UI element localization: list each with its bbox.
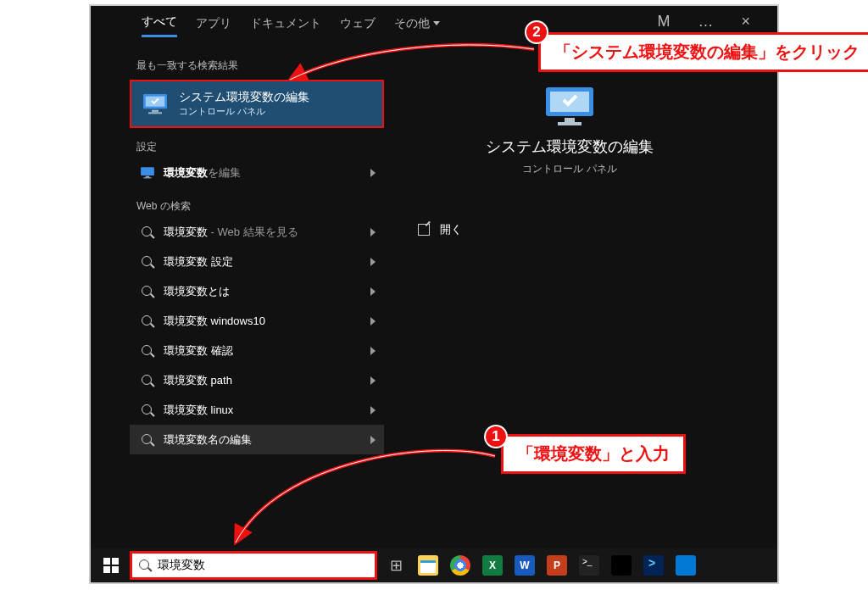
tab-all[interactable]: すべて — [142, 14, 177, 37]
svg-rect-2 — [152, 109, 159, 112]
taskbar-app-word[interactable]: W — [511, 552, 538, 579]
chevron-right-icon — [370, 258, 376, 266]
search-icon — [138, 226, 157, 238]
taskbar-app-explorer[interactable] — [415, 552, 442, 579]
svg-rect-10 — [558, 122, 581, 125]
window-system-icons: M … × — [657, 13, 762, 31]
chevron-right-icon — [370, 376, 376, 385]
chevron-right-icon — [370, 406, 376, 415]
search-icon — [138, 345, 157, 357]
web-result[interactable]: 環境変数 - Web 結果を見る — [130, 217, 384, 247]
search-icon — [138, 256, 157, 268]
web-result-label: 環境変数 linux — [157, 403, 370, 418]
preview-open-action[interactable]: 開く — [413, 222, 726, 237]
web-result-label: 環境変数 path — [157, 373, 370, 388]
annotation-badge-1: 1 — [484, 425, 508, 448]
search-icon — [138, 375, 157, 387]
chevron-right-icon — [370, 287, 376, 296]
chevron-right-icon — [370, 228, 376, 237]
preview-title: システム環境変数の編集 — [413, 136, 726, 157]
svg-rect-6 — [144, 177, 152, 178]
web-result[interactable]: 環境変数 path — [130, 365, 384, 395]
taskbar-app-powershell[interactable] — [640, 552, 667, 579]
taskbar-search-box[interactable] — [130, 551, 377, 580]
web-result[interactable]: 環境変数 設定 — [130, 247, 384, 276]
search-icon — [138, 286, 157, 298]
web-result[interactable]: 環境変数とは — [130, 276, 384, 306]
windows-search-panel: すべて アプリ ドキュメント ウェブ その他 M … × 最も一致する検索結果 … — [89, 4, 779, 584]
taskbar-app-excel[interactable]: X — [479, 552, 506, 579]
search-input[interactable] — [158, 559, 368, 572]
search-icon — [138, 315, 157, 327]
tab-documents[interactable]: ドキュメント — [250, 16, 321, 36]
annotation-callout-1: 「環境変数」と入力 — [501, 434, 686, 474]
svg-rect-5 — [146, 175, 150, 177]
preview-open-label: 開く — [440, 222, 462, 237]
chevron-right-icon — [370, 436, 376, 444]
best-match-title: システム環境変数の編集 — [179, 90, 309, 105]
monitor-icon — [138, 166, 157, 180]
web-result-label: 環境変数 - Web 結果を見る — [157, 225, 370, 240]
search-icon — [139, 559, 151, 571]
annotation-callout-2: 「システム環境変数の編集」をクリック — [538, 32, 868, 72]
annotation-badge-2: 2 — [525, 20, 548, 44]
windows-logo-icon — [103, 558, 119, 573]
search-icon — [138, 434, 157, 446]
tab-apps[interactable]: アプリ — [196, 16, 231, 36]
tab-web[interactable]: ウェブ — [340, 16, 376, 36]
chevron-right-icon — [370, 169, 376, 177]
monitor-check-icon — [142, 91, 169, 118]
taskbar-app-terminal[interactable] — [576, 552, 603, 579]
chevron-right-icon — [370, 347, 376, 355]
result-preview-pane: システム環境変数の編集 コントロール パネル 開く — [413, 74, 726, 237]
start-button[interactable] — [97, 552, 125, 579]
tab-more-label: その他 — [394, 16, 430, 31]
settings-result[interactable]: 環境変数を編集 — [130, 158, 384, 187]
monitor-check-icon — [542, 86, 597, 128]
taskbar-app-vm[interactable] — [608, 552, 635, 579]
tab-more[interactable]: その他 — [394, 16, 440, 36]
chevron-down-icon — [433, 21, 440, 25]
svg-rect-4 — [141, 167, 154, 175]
taskbar-app-calc[interactable] — [672, 552, 699, 579]
web-result[interactable]: 環境変数 linux — [130, 395, 384, 425]
web-result-label: 環境変数 windows10 — [157, 314, 370, 329]
settings-result-label: 環境変数を編集 — [157, 165, 370, 181]
preview-subtitle: コントロール パネル — [413, 162, 726, 176]
taskbar-app-powerpoint[interactable]: P — [543, 552, 570, 579]
best-match-subtitle: コントロール パネル — [179, 105, 309, 118]
web-result[interactable]: 環境変数 windows10 — [130, 306, 384, 336]
svg-rect-3 — [148, 112, 162, 114]
best-match-result[interactable]: システム環境変数の編集 コントロール パネル — [130, 80, 384, 128]
taskbar-app-chrome[interactable] — [447, 552, 474, 579]
chevron-right-icon — [370, 317, 376, 326]
open-icon — [418, 224, 430, 236]
web-result[interactable]: 環境変数 確認 — [130, 336, 384, 365]
web-result-label: 環境変数とは — [157, 284, 370, 299]
svg-rect-9 — [565, 118, 575, 122]
taskbar: ⊞ X W P — [91, 548, 777, 582]
web-result-label: 環境変数 確認 — [157, 343, 370, 359]
search-icon — [138, 404, 157, 416]
task-view-button[interactable]: ⊞ — [382, 552, 409, 579]
web-result-label: 環境変数 設定 — [157, 254, 370, 270]
web-result-label: 環境変数名の編集 — [157, 432, 370, 448]
web-result[interactable]: 環境変数名の編集 — [130, 425, 384, 454]
